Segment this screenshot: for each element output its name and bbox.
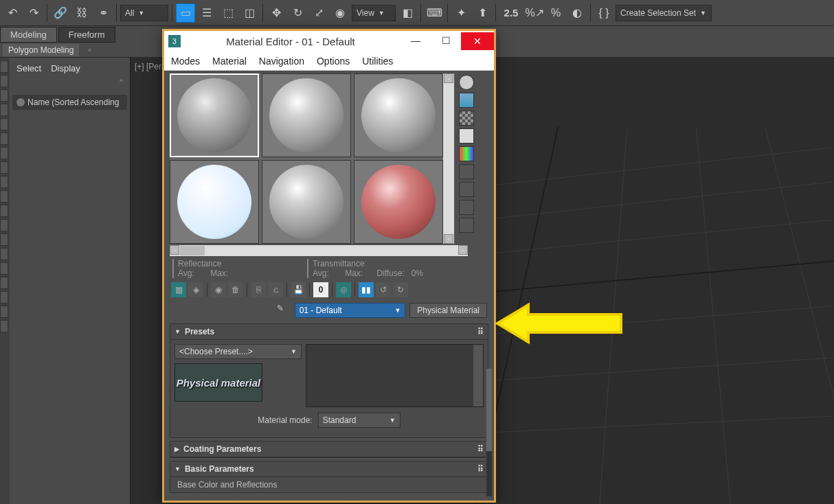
filter-icon[interactable] bbox=[0, 205, 8, 217]
video-color-icon[interactable] bbox=[459, 146, 474, 161]
choose-preset-dropdown[interactable]: <Choose Preset....> ▼ bbox=[174, 344, 302, 359]
spinner-icon[interactable]: ◐ bbox=[567, 3, 587, 23]
filter-icon[interactable] bbox=[0, 320, 8, 332]
filter-icon[interactable] bbox=[0, 161, 8, 174]
link-icon[interactable]: 🔗 bbox=[51, 3, 70, 23]
coating-header[interactable]: ▶ Coating Parameters ⠿ bbox=[170, 442, 488, 457]
percent-snap-icon[interactable]: %↗ bbox=[525, 3, 544, 23]
menu-options[interactable]: Options bbox=[317, 56, 350, 67]
filter-icon[interactable] bbox=[0, 60, 8, 73]
menu-display[interactable]: Display bbox=[51, 63, 80, 73]
move-icon[interactable]: ✥ bbox=[267, 3, 286, 23]
close-button[interactable]: ✕ bbox=[461, 32, 494, 50]
pick-material-icon[interactable]: ✎ bbox=[277, 303, 291, 317]
polygon-modeling-group[interactable]: Polygon Modeling bbox=[3, 44, 79, 56]
options-icon[interactable] bbox=[459, 182, 474, 197]
slots-vscroll[interactable]: ▴ ▾ bbox=[443, 73, 454, 244]
select-rect-icon[interactable]: ⬚ bbox=[218, 3, 238, 23]
tab-modeling[interactable]: Modeling bbox=[0, 27, 57, 43]
go-forward-icon[interactable]: ↻ bbox=[393, 282, 408, 297]
show-end-result-icon[interactable]: ▮▮ bbox=[359, 282, 374, 297]
material-slot-5[interactable] bbox=[262, 160, 351, 244]
drag-handle-icon[interactable]: ⠿ bbox=[477, 327, 484, 336]
filter-icon[interactable] bbox=[0, 176, 8, 188]
brackets-icon[interactable]: { } bbox=[594, 3, 613, 23]
undo-icon[interactable]: ↶ bbox=[3, 3, 22, 23]
menu-modes[interactable]: Modes bbox=[171, 56, 200, 67]
filter-icon[interactable] bbox=[0, 133, 8, 145]
filter-icon[interactable] bbox=[0, 219, 8, 231]
material-mode-dropdown[interactable]: Standard ▼ bbox=[318, 413, 401, 428]
filter-icon[interactable] bbox=[0, 118, 8, 130]
backlight-icon[interactable] bbox=[459, 93, 474, 108]
scale-icon[interactable]: ⤢ bbox=[309, 3, 328, 23]
get-material-icon[interactable]: ▦ bbox=[171, 282, 186, 297]
scroll-up-icon[interactable]: ▴ bbox=[444, 73, 453, 83]
filter-icon[interactable] bbox=[0, 306, 8, 318]
me-titlebar[interactable]: 3 Material Editor - 01 - Default — ☐ ✕ bbox=[164, 31, 494, 51]
tab-freeform[interactable]: Freeform bbox=[58, 27, 115, 43]
select-window-icon[interactable]: ◫ bbox=[240, 3, 259, 23]
ref-dropdown[interactable]: View ▼ bbox=[352, 5, 396, 21]
go-to-parent-icon[interactable]: ↺ bbox=[376, 282, 391, 297]
menu-material[interactable]: Material bbox=[212, 56, 247, 67]
scroll-right-icon[interactable]: ▸ bbox=[458, 245, 468, 255]
material-slot-3[interactable] bbox=[354, 73, 443, 157]
filter-dropdown[interactable]: All ▼ bbox=[120, 5, 168, 21]
scene-header-row[interactable]: Name (Sorted Ascending bbox=[12, 95, 127, 110]
placement-icon[interactable]: ◉ bbox=[330, 3, 350, 23]
filter-icon[interactable] bbox=[0, 104, 8, 116]
expand-icon[interactable]: » bbox=[87, 46, 91, 54]
menu-select[interactable]: Select bbox=[16, 63, 41, 73]
assign-to-selection-icon[interactable]: ◉ bbox=[211, 282, 226, 297]
material-slot-1[interactable] bbox=[170, 73, 259, 157]
minimize-button[interactable]: — bbox=[401, 32, 431, 49]
percent-icon[interactable]: % bbox=[546, 3, 565, 23]
angle-snap-icon[interactable]: 2.5 bbox=[499, 3, 523, 23]
select-by-material-icon[interactable] bbox=[459, 200, 474, 215]
snap-toggle-icon[interactable]: ✦ bbox=[451, 3, 471, 23]
scroll-thumb[interactable] bbox=[180, 246, 205, 255]
presets-header[interactable]: ▼ Presets ⠿ bbox=[170, 324, 488, 340]
material-map-nav-icon[interactable] bbox=[459, 218, 474, 233]
material-type-button[interactable]: Physical Material bbox=[409, 303, 487, 318]
material-id-icon[interactable]: 0 bbox=[313, 282, 328, 297]
collapse-icon[interactable]: » bbox=[12, 76, 127, 84]
snap-up-icon[interactable]: ⬆ bbox=[473, 3, 492, 23]
put-to-scene-icon[interactable]: ◈ bbox=[188, 282, 203, 297]
scroll-left-icon[interactable]: ◂ bbox=[170, 245, 179, 255]
maximize-button[interactable]: ☐ bbox=[431, 32, 461, 49]
sample-type-icon[interactable] bbox=[459, 75, 474, 90]
drag-handle-icon[interactable]: ⠿ bbox=[477, 464, 484, 474]
background-icon[interactable] bbox=[459, 111, 474, 126]
filter-icon[interactable] bbox=[0, 262, 8, 275]
material-slot-2[interactable] bbox=[262, 73, 351, 157]
material-name-dropdown[interactable]: 01 - Default ▼ bbox=[295, 303, 406, 318]
filter-icon[interactable] bbox=[0, 89, 8, 102]
show-map-icon[interactable]: ◎ bbox=[336, 282, 351, 297]
put-to-library-icon[interactable]: 💾 bbox=[291, 282, 306, 297]
make-preview-icon[interactable] bbox=[459, 164, 474, 179]
manip-icon[interactable]: ◧ bbox=[398, 3, 417, 23]
menu-navigation[interactable]: Navigation bbox=[259, 56, 304, 67]
slots-hscroll[interactable]: ◂ ▸ bbox=[170, 245, 468, 256]
selection-set-dropdown[interactable]: Create Selection Set ▼ bbox=[616, 5, 712, 21]
scroll-down-icon[interactable]: ▾ bbox=[444, 234, 453, 244]
filter-icon[interactable] bbox=[0, 75, 8, 87]
select-by-name-icon[interactable]: ☰ bbox=[197, 3, 216, 23]
filter-icon[interactable] bbox=[0, 233, 8, 246]
keyboard-icon[interactable]: ⌨ bbox=[425, 3, 444, 23]
rotate-icon[interactable]: ↻ bbox=[288, 3, 307, 23]
redo-icon[interactable]: ↷ bbox=[24, 3, 43, 23]
preview-scrollbar[interactable] bbox=[473, 345, 483, 406]
make-unique-icon[interactable]: ⎌ bbox=[268, 282, 283, 297]
filter-icon[interactable] bbox=[0, 277, 8, 289]
basic-header[interactable]: ▼ Basic Parameters ⠿ bbox=[170, 461, 488, 477]
drag-handle-icon[interactable]: ⠿ bbox=[477, 444, 484, 454]
make-copy-icon[interactable]: ⎘ bbox=[251, 282, 266, 297]
me-scrollbar[interactable] bbox=[486, 369, 492, 496]
filter-icon[interactable] bbox=[0, 248, 8, 260]
select-object-icon[interactable]: ▭ bbox=[176, 3, 195, 23]
sample-uv-icon[interactable] bbox=[459, 128, 474, 144]
material-slot-4[interactable] bbox=[170, 160, 259, 244]
